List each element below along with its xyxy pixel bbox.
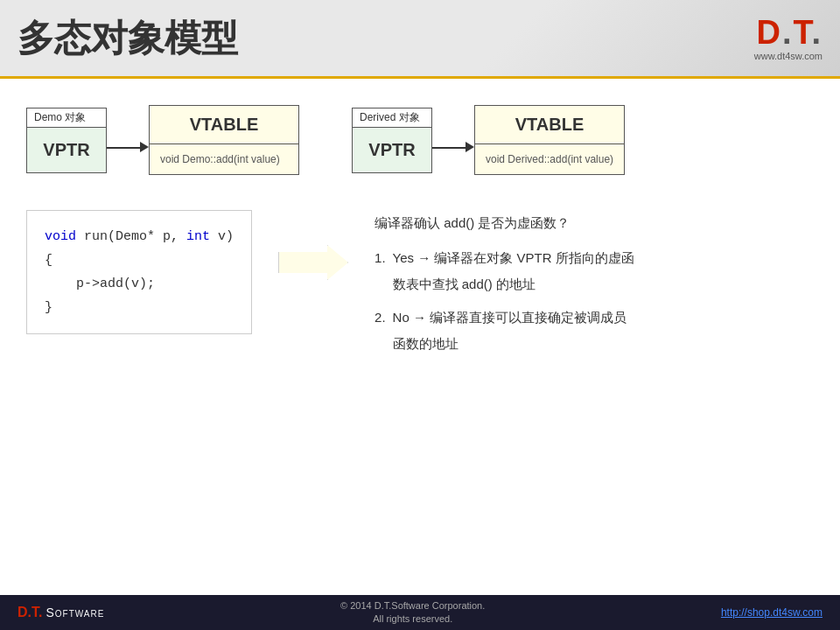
explanation-text1: Yes → 编译器在对象 VPTR 所指向的虚函数表中查找 add() 的地址: [393, 245, 634, 298]
explanation-text2: No → 编译器直接可以直接确定被调成员函数的地址: [393, 304, 627, 357]
demo-vtable-header: VTABLE: [150, 106, 298, 144]
derived-arrow-line: [432, 147, 466, 149]
demo-arrow-line: [107, 147, 140, 149]
derived-vtable-box: VTABLE void Derived::add(int value): [474, 105, 625, 175]
footer-copyright-line2: All rights reserved.: [340, 612, 485, 626]
code-keyword-int: int: [186, 229, 210, 244]
derived-obj-box: Derived 对象 VPTR: [352, 108, 432, 173]
derived-vptr: VPTR: [353, 128, 431, 172]
footer: D.T. Software © 2014 D.T.Software Corpor…: [0, 595, 840, 630]
derived-diagram: Derived 对象 VPTR VTABLE void Derived::add…: [352, 105, 625, 175]
demo-vtable-entry: void Demo::add(int value): [150, 144, 298, 174]
explanation-num1: 1.: [374, 245, 386, 298]
logo-d: D: [756, 14, 781, 51]
big-arrow: [278, 245, 348, 280]
logo-area: D.T. www.dt4sw.com: [754, 16, 822, 61]
code-block: void run(Demo* p, int v) { p->add(v); }: [26, 210, 252, 334]
derived-label: Derived 对象: [353, 108, 431, 128]
demo-diagram-inner: Demo 对象 VPTR VTABLE void Demo::add(int v…: [26, 105, 299, 175]
derived-vtable-entry: void Derived::add(int value): [475, 144, 624, 174]
footer-logo-area: D.T. Software: [18, 605, 104, 620]
footer-copyright-line1: © 2014 D.T.Software Corporation.: [340, 599, 485, 612]
footer-logo-text: D.T.: [18, 605, 42, 620]
footer-software-text: Software: [46, 606, 104, 620]
bottom-row: void run(Demo* p, int v) { p->add(v); } …: [26, 210, 814, 364]
main-content: Demo 对象 VPTR VTABLE void Demo::add(int v…: [0, 79, 840, 595]
logo-website: www.dt4sw.com: [754, 51, 822, 61]
header: 多态对象模型 D.T. www.dt4sw.com: [0, 0, 840, 79]
demo-arrow-head: [140, 142, 149, 152]
derived-diagram-inner: Derived 对象 VPTR VTABLE void Derived::add…: [352, 105, 625, 175]
explanation-item1: 1. Yes → 编译器在对象 VPTR 所指向的虚函数表中查找 add() 的…: [374, 245, 814, 298]
explanation: 编译器确认 add() 是否为虚函数？ 1. Yes → 编译器在对象 VPTR…: [374, 210, 814, 364]
derived-arrow-head: [466, 142, 474, 152]
arrow-shape: [278, 245, 348, 280]
logo-text: D.T.: [756, 16, 822, 49]
demo-obj-box: Demo 对象 VPTR: [26, 108, 107, 173]
explanation-num2: 2.: [374, 304, 386, 357]
demo-label: Demo 对象: [27, 108, 106, 128]
diagrams-row: Demo 对象 VPTR VTABLE void Demo::add(int v…: [26, 105, 814, 175]
page-title: 多态对象模型: [18, 14, 238, 63]
demo-vtable-box: VTABLE void Demo::add(int value): [149, 105, 299, 175]
footer-copyright: © 2014 D.T.Software Corporation. All rig…: [340, 599, 485, 626]
demo-vptr: VPTR: [27, 128, 106, 172]
footer-link[interactable]: http://shop.dt4sw.com: [721, 606, 822, 619]
demo-diagram: Demo 对象 VPTR VTABLE void Demo::add(int v…: [26, 105, 299, 175]
logo-t: T: [793, 14, 811, 51]
derived-vtable-header: VTABLE: [475, 106, 624, 144]
explanation-question: 编译器确认 add() 是否为虚函数？: [374, 210, 814, 236]
code-keyword-void: void: [45, 229, 76, 244]
explanation-item2: 2. No → 编译器直接可以直接确定被调成员函数的地址: [374, 304, 814, 357]
